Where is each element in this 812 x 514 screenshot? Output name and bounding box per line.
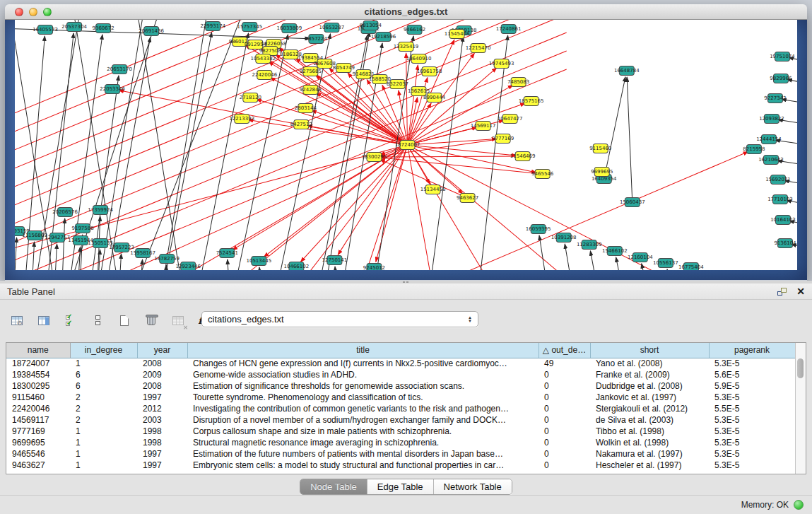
graph-edge[interactable] bbox=[15, 238, 17, 270]
graph-node[interactable]: 9227342 bbox=[764, 94, 786, 103]
table-cell[interactable]: 9465546 bbox=[6, 448, 70, 460]
table-cell[interactable]: Wolkin et al. (1998) bbox=[590, 437, 709, 448]
table-row[interactable]: 1872400712008Changes of HCN gene express… bbox=[6, 358, 795, 369]
graph-node[interactable]: 14569117 bbox=[471, 122, 496, 131]
table-cell[interactable]: 5.3E-5 bbox=[709, 392, 795, 403]
graph-edge[interactable] bbox=[135, 20, 188, 270]
graph-node[interactable]: 15060437 bbox=[620, 198, 645, 207]
graph-edge[interactable] bbox=[408, 145, 517, 156]
graph-edge[interactable] bbox=[475, 35, 508, 270]
graph-node[interactable]: 10466102 bbox=[284, 262, 310, 271]
graph-edge[interactable] bbox=[61, 218, 65, 270]
table-row[interactable]: 1938455462009Genome-wide association stu… bbox=[6, 369, 795, 380]
table-cell[interactable]: 2 bbox=[70, 414, 137, 426]
table-cell[interactable]: 22420046 bbox=[6, 403, 70, 414]
graph-node[interactable]: 20206576 bbox=[52, 208, 78, 217]
graph-node[interactable]: 18640910 bbox=[406, 54, 432, 64]
graph-edge[interactable] bbox=[30, 242, 35, 270]
delete-rows-button[interactable] bbox=[141, 311, 161, 329]
graph-node[interactable]: 16210643 bbox=[758, 156, 784, 165]
graph-node[interactable]: 16782759 bbox=[154, 255, 180, 264]
zoom-button[interactable] bbox=[43, 8, 52, 16]
table-cell[interactable]: Estimation of the future numbers of pati… bbox=[187, 448, 539, 460]
network-canvas[interactable]: 1640557320537304936067220691436229931741… bbox=[15, 20, 797, 270]
graph-node[interactable]: 12750141 bbox=[322, 256, 348, 265]
float-window-icon[interactable] bbox=[777, 288, 787, 296]
select-columns-button[interactable]: ✓ ✓ bbox=[61, 311, 81, 329]
graph-edge[interactable] bbox=[121, 20, 248, 270]
table-cell[interactable]: Embryonic stem cells: a model to study s… bbox=[187, 460, 539, 471]
graph-node[interactable]: 7857224 bbox=[305, 35, 328, 44]
graph-edge[interactable] bbox=[347, 145, 407, 270]
graph-edge[interactable] bbox=[192, 33, 248, 270]
graph-edge[interactable] bbox=[53, 244, 57, 270]
graph-edge[interactable] bbox=[259, 267, 263, 270]
table-cell[interactable]: 2003 bbox=[137, 414, 187, 426]
graph-node[interactable]: 16648784 bbox=[614, 66, 640, 76]
table-cell[interactable]: Genome-wide association studies in ADHD. bbox=[187, 369, 539, 380]
graph-node[interactable]: 9829966 bbox=[770, 74, 792, 83]
graph-edge[interactable] bbox=[408, 145, 687, 270]
table-cell[interactable]: Franke et al. (2009) bbox=[590, 369, 709, 380]
graph-node[interactable]: 22053346 bbox=[100, 85, 125, 94]
tab-network-table[interactable]: Network Table bbox=[434, 479, 512, 494]
table-cell[interactable]: Structural magnetic resonance image aver… bbox=[187, 437, 539, 448]
graph-node[interactable]: 15692071 bbox=[765, 175, 791, 185]
table-cell[interactable]: Tibbo et al. (1998) bbox=[590, 426, 709, 437]
table-row[interactable]: 1456911722003Disruption of a novel membe… bbox=[6, 414, 795, 426]
table-cell[interactable]: 18724007 bbox=[6, 358, 70, 369]
graph-node[interactable]: 10556137 bbox=[653, 259, 678, 268]
table-row[interactable]: 946362711997Embryonic stem cells: a mode… bbox=[6, 460, 795, 471]
row-height-button[interactable] bbox=[88, 311, 107, 329]
table-cell[interactable]: Disruption of a novel member of a sodium… bbox=[187, 414, 539, 426]
table-cell[interactable]: Hescheler et al. (1997) bbox=[590, 460, 709, 471]
column-header[interactable]: name bbox=[6, 343, 70, 358]
table-cell[interactable]: 2 bbox=[70, 392, 137, 403]
table-cell[interactable]: 6 bbox=[70, 380, 137, 392]
column-header[interactable]: short bbox=[590, 343, 709, 358]
graph-node[interactable]: 10164103 bbox=[770, 216, 796, 225]
table-cell[interactable]: 1997 bbox=[137, 460, 187, 471]
table-cell[interactable]: 0 bbox=[539, 392, 590, 403]
table-cell[interactable]: 6 bbox=[70, 369, 137, 380]
table-cell[interactable]: 5.3E-5 bbox=[709, 437, 795, 448]
graph-node[interactable]: 7524541 bbox=[216, 249, 238, 258]
table-cell[interactable]: Estimation of significance thresholds fo… bbox=[187, 380, 539, 392]
table-cell[interactable]: 5.3E-5 bbox=[709, 426, 795, 437]
graph-node[interactable]: 16033809 bbox=[277, 24, 302, 33]
table-cell[interactable]: 1 bbox=[70, 426, 137, 437]
table-cell[interactable]: 1998 bbox=[137, 426, 187, 437]
table-row[interactable]: 2242004622012Investigating the contribut… bbox=[6, 403, 795, 414]
graph-node[interactable]: 12160104 bbox=[628, 253, 653, 262]
table-settings-button[interactable]: ⚙ bbox=[7, 311, 27, 329]
table-cell[interactable]: 49 bbox=[539, 358, 590, 369]
table-cell[interactable]: 2009 bbox=[137, 369, 187, 380]
table-cell[interactable]: Yano et al. (2008) bbox=[590, 358, 709, 369]
table-cell[interactable]: 5.3E-5 bbox=[709, 414, 795, 426]
table-cell[interactable]: 1998 bbox=[137, 437, 187, 448]
graph-node[interactable]: 17710103 bbox=[767, 195, 793, 204]
table-cell[interactable]: 5.9E-5 bbox=[709, 380, 795, 392]
graph-edge[interactable] bbox=[257, 100, 408, 145]
new-table-button[interactable] bbox=[114, 311, 134, 329]
table-cell[interactable]: 0 bbox=[539, 414, 590, 426]
graph-node[interactable]: 15757345 bbox=[237, 23, 262, 32]
table-cell[interactable]: Jankovic et al. (1997) bbox=[590, 392, 709, 403]
graph-node[interactable]: 17240861 bbox=[496, 25, 522, 34]
table-cell[interactable]: 0 bbox=[539, 403, 590, 414]
graph-node[interactable]: 15134456 bbox=[420, 185, 446, 194]
graph-edge[interactable] bbox=[117, 254, 121, 270]
graph-node[interactable]: 11546469 bbox=[510, 152, 536, 161]
graph-node[interactable]: 15466102 bbox=[602, 247, 628, 256]
table-cell[interactable]: 2008 bbox=[137, 380, 187, 392]
column-header[interactable]: year bbox=[137, 343, 187, 358]
table-cell[interactable]: Investigating the contribution of common… bbox=[187, 403, 539, 414]
table-cell[interactable]: 9463627 bbox=[6, 460, 70, 471]
table-cell[interactable]: de Silva et al. (2003) bbox=[590, 414, 709, 426]
table-select-dropdown[interactable]: citations_edges.txt ▲▼ bbox=[201, 311, 478, 327]
graph-node[interactable]: 9136104 bbox=[774, 239, 796, 248]
graph-node[interactable]: 9777169 bbox=[492, 134, 514, 144]
graph-edge[interactable] bbox=[93, 20, 146, 270]
graph-node[interactable]: 20537304 bbox=[61, 23, 87, 32]
table-cell[interactable]: 1997 bbox=[137, 392, 187, 403]
